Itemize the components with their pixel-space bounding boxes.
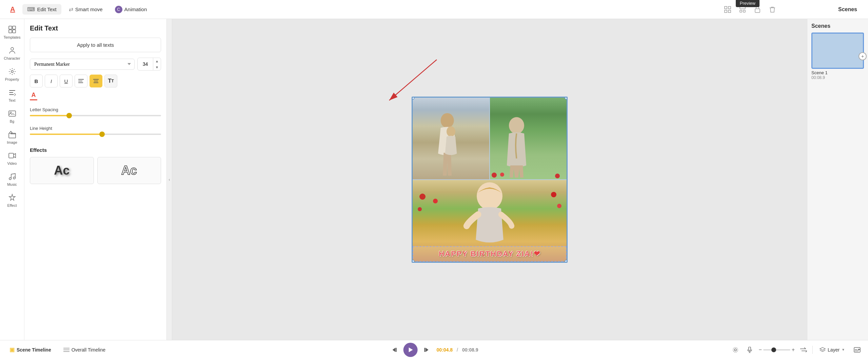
collapse-handle[interactable]: ‹ (167, 19, 172, 340)
skip-forward-button[interactable] (420, 344, 431, 355)
text-format-button[interactable]: A (5, 3, 20, 15)
zoom-control: − + (758, 347, 795, 353)
letter-spacing-section: Letter Spacing (30, 107, 161, 122)
line-height-slider[interactable] (30, 134, 161, 135)
sidebar-item-effect[interactable]: Effect (0, 190, 24, 211)
subtitle-button[interactable] (852, 344, 863, 355)
svg-point-13 (11, 71, 13, 73)
align-left-button[interactable] (75, 75, 87, 87)
scene-timeline-tab[interactable]: ▣ Scene Timeline (5, 344, 55, 355)
svg-point-29 (447, 126, 455, 136)
sidebar-item-templates[interactable]: Templates (0, 22, 24, 43)
font-family-select[interactable]: Permanent Marker Arial Times New Roman (30, 59, 135, 70)
poppy-2 (500, 173, 504, 177)
letter-spacing-slider[interactable] (30, 115, 161, 116)
line-height-label: Line Height (30, 126, 161, 131)
bottom-bar: ▣ Scene Timeline Overall Timeline (0, 340, 868, 359)
svg-point-19 (13, 177, 15, 179)
svg-rect-48 (858, 349, 860, 350)
templates-label: Templates (3, 35, 20, 39)
text-format-icon: A (10, 5, 15, 13)
align-center-button[interactable] (90, 75, 102, 87)
scene-add-button[interactable]: + (859, 52, 867, 60)
canvas-bottom: HAPPY BIRTHDAY ZIA!❤ (413, 180, 567, 262)
poppy-1 (492, 173, 497, 178)
smart-move-button[interactable]: ⇄ Smart move (64, 4, 107, 15)
bottom-right-controls: − + Layer ▼ (730, 344, 863, 355)
sidebar-item-image[interactable]: Image (0, 127, 24, 148)
poppy-8 (418, 207, 422, 211)
play-button[interactable] (403, 343, 418, 357)
bold-button[interactable]: B (30, 75, 43, 87)
edit-text-button[interactable]: ⌨ Edit Text (22, 4, 61, 15)
format-row: B I U TT (30, 75, 161, 87)
focus-button[interactable] (730, 344, 741, 355)
playback-controls: 00:04.8 / 00:08.9 (390, 343, 478, 357)
sidebar-item-property[interactable]: Property (0, 64, 24, 85)
handle-top-right[interactable] (565, 97, 568, 100)
svg-point-12 (11, 47, 14, 50)
text-icon (8, 88, 17, 97)
photo-2-bg (490, 98, 567, 179)
svg-rect-3 (728, 10, 731, 13)
trash-icon-button[interactable] (766, 3, 778, 16)
smart-move-label: Smart move (75, 6, 103, 12)
zoom-slider[interactable] (763, 349, 790, 351)
text-color-control: A (30, 92, 37, 100)
sidebar-item-video[interactable]: Video (0, 148, 24, 169)
property-icon (8, 67, 17, 76)
layer-expand-icon: ▼ (842, 348, 845, 352)
underline-button[interactable]: U (60, 75, 73, 87)
font-size-down-button[interactable]: ▼ (153, 64, 161, 70)
canvas-area: HAPPY BIRTHDAY ZIA!❤ ⊕ ↺ (172, 19, 807, 340)
line-height-section: Line Height (30, 126, 161, 140)
overall-timeline-tab[interactable]: Overall Timeline (59, 345, 110, 355)
top-toolbar: A ⌨ Edit Text ⇄ Smart move C Animation P… (0, 0, 868, 19)
animation-button[interactable]: C Animation (110, 4, 152, 15)
svg-rect-10 (9, 30, 12, 33)
effect-item-shadow[interactable]: Ac (30, 157, 94, 184)
scene-1-duration: 00:08.9 (811, 75, 864, 80)
rotate-control[interactable]: ↺ (491, 262, 501, 263)
grid-icon-button[interactable] (722, 3, 734, 16)
effect-label: Effect (7, 203, 17, 207)
image-icon (8, 130, 17, 139)
font-size-control: 34 ▲ ▼ (137, 58, 161, 71)
birthday-text-overlay[interactable]: HAPPY BIRTHDAY ZIA!❤ (413, 246, 567, 262)
line-height-thumb[interactable] (99, 132, 105, 137)
zoom-thumb[interactable] (771, 347, 776, 352)
svg-rect-8 (9, 26, 12, 29)
apply-all-button[interactable]: Apply to all texts (30, 38, 161, 52)
text-color-button[interactable]: A (30, 92, 37, 100)
effect-item-outline[interactable]: Ac (97, 157, 161, 184)
font-size-input[interactable]: 34 (138, 59, 153, 69)
sidebar-item-character[interactable]: Character (0, 43, 24, 64)
layer-icon (820, 347, 826, 353)
zoom-minus-button[interactable]: − (758, 347, 762, 353)
letter-spacing-thumb[interactable] (66, 113, 72, 118)
scene-1-item[interactable]: Scene 1 00:08.9 + (811, 33, 864, 80)
character-label: Character (4, 56, 20, 60)
swap-button[interactable] (798, 344, 809, 355)
animation-icon: C (115, 6, 122, 13)
zoom-plus-button[interactable]: + (792, 347, 795, 353)
layer-button[interactable]: Layer ▼ (816, 345, 848, 355)
text-transform-button[interactable]: TT (104, 75, 117, 87)
font-size-up-button[interactable]: ▲ (153, 58, 161, 64)
scenes-panel-header: Scenes (838, 6, 857, 13)
music-label: Music (7, 182, 17, 186)
letter-spacing-label: Letter Spacing (30, 107, 161, 112)
skip-back-button[interactable] (390, 344, 401, 355)
effects-label: Effects (30, 147, 161, 153)
sidebar-item-music[interactable]: Music (0, 169, 24, 190)
sidebar-item-bg[interactable]: Bg (0, 106, 24, 127)
text-label: Text (8, 98, 15, 102)
move-control[interactable]: ⊕ (478, 262, 488, 263)
mic-button[interactable] (744, 344, 755, 355)
italic-button[interactable]: I (45, 75, 58, 87)
grid-icon (724, 6, 731, 13)
sidebar-item-text[interactable]: Text (0, 85, 24, 106)
svg-rect-6 (743, 10, 745, 12)
birthday-text-content: HAPPY BIRTHDAY ZIA! (439, 250, 534, 258)
canvas-frame[interactable]: HAPPY BIRTHDAY ZIA!❤ ⊕ ↺ (412, 97, 568, 263)
